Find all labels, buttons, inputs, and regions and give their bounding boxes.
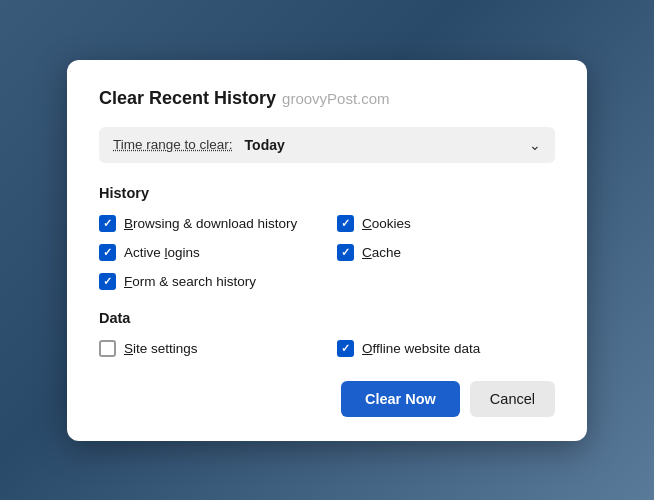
checkbox-offline-data-box[interactable]: ✓ [337, 340, 354, 357]
checkbox-browsing-box[interactable]: ✓ [99, 215, 116, 232]
history-section-title: History [99, 185, 555, 201]
checkmark-icon: ✓ [103, 218, 112, 229]
checkbox-active-logins-box[interactable]: ✓ [99, 244, 116, 261]
checkbox-cookies-box[interactable]: ✓ [337, 215, 354, 232]
chevron-down-icon: ⌄ [529, 137, 541, 153]
clear-history-dialog: Clear Recent HistorygroovyPost.com Time … [67, 60, 587, 441]
dialog-title-text: Clear Recent History [99, 88, 276, 108]
checkbox-site-settings-box[interactable] [99, 340, 116, 357]
checkbox-form-search[interactable]: ✓ Form & search history [99, 273, 555, 290]
time-range-label: Time range to clear: [113, 137, 233, 152]
time-range-value: Today [245, 137, 285, 153]
checkmark-icon: ✓ [341, 218, 350, 229]
checkmark-icon: ✓ [103, 276, 112, 287]
checkmark-icon: ✓ [341, 247, 350, 258]
checkbox-cache[interactable]: ✓ Cache [337, 244, 555, 261]
checkbox-cache-box[interactable]: ✓ [337, 244, 354, 261]
checkbox-cookies-label: Cookies [362, 216, 411, 231]
checkmark-icon: ✓ [103, 247, 112, 258]
checkbox-cache-label: Cache [362, 245, 401, 260]
cancel-button[interactable]: Cancel [470, 381, 555, 417]
data-checkboxes-grid: Site settings ✓ Offline website data [99, 340, 555, 357]
checkmark-icon: ✓ [341, 343, 350, 354]
data-section: Data Site settings ✓ Offline website dat… [99, 310, 555, 357]
checkbox-browsing[interactable]: ✓ Browsing & download history [99, 215, 317, 232]
watermark-text: groovyPost.com [282, 90, 390, 107]
time-range-row[interactable]: Time range to clear: Today ⌄ [99, 127, 555, 163]
button-row: Clear Now Cancel [99, 381, 555, 417]
history-checkboxes-grid: ✓ Browsing & download history ✓ Cookies … [99, 215, 555, 290]
checkbox-form-search-label: Form & search history [124, 274, 256, 289]
checkbox-form-search-box[interactable]: ✓ [99, 273, 116, 290]
checkbox-browsing-label: Browsing & download history [124, 216, 297, 231]
checkbox-active-logins-label: Active logins [124, 245, 200, 260]
checkbox-site-settings[interactable]: Site settings [99, 340, 317, 357]
checkbox-cookies[interactable]: ✓ Cookies [337, 215, 555, 232]
checkbox-active-logins[interactable]: ✓ Active logins [99, 244, 317, 261]
clear-now-button[interactable]: Clear Now [341, 381, 460, 417]
data-section-title: Data [99, 310, 555, 326]
checkbox-offline-data[interactable]: ✓ Offline website data [337, 340, 555, 357]
checkbox-site-settings-label: Site settings [124, 341, 198, 356]
checkbox-offline-data-label: Offline website data [362, 341, 480, 356]
history-section: History ✓ Browsing & download history ✓ … [99, 185, 555, 290]
time-range-select[interactable]: Today ⌄ [245, 137, 541, 153]
dialog-title: Clear Recent HistorygroovyPost.com [99, 88, 555, 109]
